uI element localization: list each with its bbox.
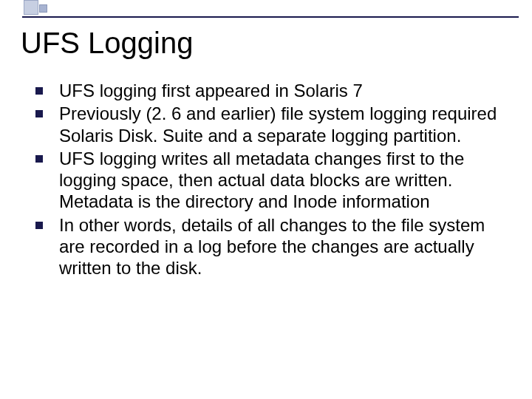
square-icon [24,0,38,15]
list-item: Previously (2. 6 and earlier) file syste… [35,103,505,146]
square-small-icon [39,4,47,13]
bullet-icon [35,155,43,163]
slide: UFS Logging UFS logging first appeared i… [0,0,532,399]
slide-body: UFS logging first appeared in Solaris 7 … [35,80,505,280]
slide-title: UFS Logging [21,27,193,60]
bullet-text: UFS logging first appeared in Solaris 7 [59,80,363,101]
list-item: In other words, details of all changes t… [35,214,505,279]
bullet-text: In other words, details of all changes t… [59,214,505,279]
list-item: UFS logging writes all metadata changes … [35,148,505,213]
bullet-text: UFS logging writes all metadata changes … [59,148,505,213]
bullet-icon [35,222,43,229]
bullet-text: Previously (2. 6 and earlier) file syste… [59,103,505,146]
header-decoration [0,0,532,16]
bullet-icon [35,110,43,117]
divider [22,16,519,18]
list-item: UFS logging first appeared in Solaris 7 [35,80,505,101]
bullet-icon [35,87,43,95]
